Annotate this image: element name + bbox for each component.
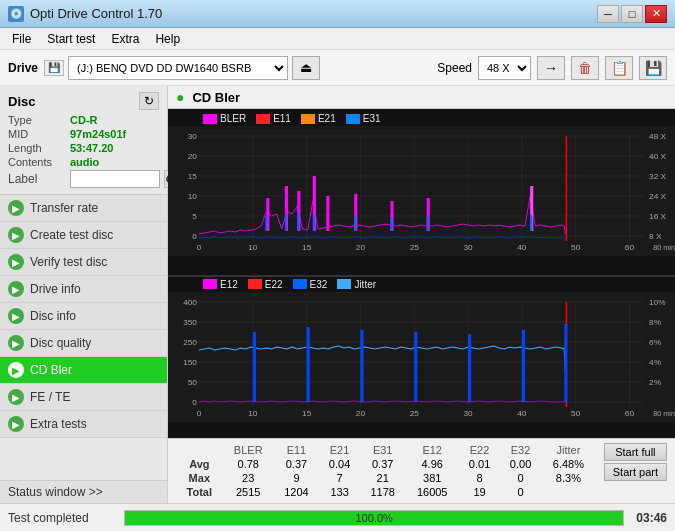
title-bar: 💿 Opti Drive Control 1.70 ─ □ ✕: [0, 0, 675, 28]
disc-contents-value: audio: [70, 156, 99, 168]
sidebar-item-disc-info[interactable]: ▶ Disc info: [0, 303, 167, 330]
stats-total-label: Total: [176, 485, 223, 499]
top-chart-container: BLER E11 E21 E31: [168, 109, 675, 275]
status-window-button[interactable]: Status window >>: [0, 480, 167, 503]
stats-table: BLER E11 E21 E31 E12 E22 E32 Jitter Avg: [176, 443, 596, 499]
stats-col-e12: E12: [405, 443, 459, 457]
bottom-chart-svg: 0 50 150 250 350 400 0 10 15 20 25 30 40…: [168, 292, 675, 422]
svg-text:60: 60: [625, 243, 635, 252]
svg-rect-0: [168, 126, 675, 256]
stats-total-e21: 133: [319, 485, 360, 499]
save-button[interactable]: 💾: [639, 56, 667, 80]
disc-panel: Disc ↻ Type CD-R MID 97m24s01f Length 53…: [0, 86, 167, 195]
stats-max-e32: 0: [500, 471, 541, 485]
svg-rect-98: [564, 324, 567, 402]
svg-text:60: 60: [625, 409, 635, 418]
svg-text:150: 150: [183, 358, 197, 367]
legend-e12: E12: [203, 279, 238, 290]
svg-rect-94: [360, 330, 363, 402]
sidebar-item-transfer-rate[interactable]: ▶ Transfer rate: [0, 195, 167, 222]
drive-icon: 💾: [44, 60, 64, 76]
stats-max-e22: 8: [459, 471, 500, 485]
stats-max-e31: 21: [360, 471, 405, 485]
speed-arrow-button[interactable]: →: [537, 56, 565, 80]
stats-total-e22: 19: [459, 485, 500, 499]
stats-max-label: Max: [176, 471, 223, 485]
disc-quality-icon: ▶: [8, 335, 24, 351]
svg-text:40: 40: [517, 243, 527, 252]
svg-text:10: 10: [248, 409, 258, 418]
disc-length-value: 53:47.20: [70, 142, 113, 154]
top-chart-legend: BLER E11 E21 E31: [168, 111, 675, 126]
svg-text:0: 0: [192, 232, 197, 241]
start-part-button[interactable]: Start part: [604, 463, 667, 481]
svg-text:400: 400: [183, 298, 197, 307]
svg-rect-53: [427, 216, 429, 231]
stats-avg-label: Avg: [176, 457, 223, 471]
svg-text:20: 20: [356, 243, 366, 252]
svg-text:30: 30: [188, 132, 198, 141]
stats-area: BLER E11 E21 E31 E12 E22 E32 Jitter Avg: [168, 438, 675, 503]
sidebar-item-cd-bler[interactable]: ▶ CD Bler: [0, 357, 167, 384]
disc-mid-key: MID: [8, 128, 66, 140]
erase-button[interactable]: 🗑: [571, 56, 599, 80]
menu-extra[interactable]: Extra: [103, 30, 147, 48]
minimize-button[interactable]: ─: [597, 5, 619, 23]
close-button[interactable]: ✕: [645, 5, 667, 23]
svg-text:24 X: 24 X: [649, 192, 667, 201]
copy-button[interactable]: 📋: [605, 56, 633, 80]
svg-rect-42: [326, 196, 329, 231]
fe-te-icon: ▶: [8, 389, 24, 405]
sidebar-item-extra-tests[interactable]: ▶ Extra tests: [0, 411, 167, 438]
start-full-button[interactable]: Start full: [604, 443, 667, 461]
svg-rect-97: [522, 330, 525, 402]
svg-rect-95: [414, 332, 417, 402]
menu-file[interactable]: File: [4, 30, 39, 48]
svg-rect-93: [307, 327, 310, 402]
transfer-rate-icon: ▶: [8, 200, 24, 216]
sidebar-item-drive-info[interactable]: ▶ Drive info: [0, 276, 167, 303]
stats-total-jitter: [541, 485, 596, 499]
stats-avg-e32: 0.00: [500, 457, 541, 471]
charts-area: BLER E11 E21 E31: [168, 109, 675, 438]
sidebar-item-create-test-disc[interactable]: ▶ Create test disc: [0, 222, 167, 249]
verify-test-disc-icon: ▶: [8, 254, 24, 270]
svg-text:0: 0: [197, 243, 202, 252]
disc-title: Disc: [8, 94, 35, 109]
sidebar-item-verify-test-disc[interactable]: ▶ Verify test disc: [0, 249, 167, 276]
svg-text:32 X: 32 X: [649, 172, 667, 181]
svg-text:350: 350: [183, 318, 197, 327]
svg-text:50: 50: [571, 409, 581, 418]
stats-max-e21: 7: [319, 471, 360, 485]
progress-container: 100.0%: [124, 510, 624, 526]
svg-text:0: 0: [192, 398, 197, 407]
maximize-button[interactable]: □: [621, 5, 643, 23]
drive-select[interactable]: (J:) BENQ DVD DD DW1640 BSRB: [68, 56, 288, 80]
svg-text:80 min: 80 min: [653, 410, 675, 418]
svg-text:15: 15: [188, 172, 198, 181]
sidebar-item-fe-te[interactable]: ▶ FE / TE: [0, 384, 167, 411]
speed-select[interactable]: 48 X 8 X 16 X 24 X 32 X 40 X: [478, 56, 531, 80]
stats-col-e21: E21: [319, 443, 360, 457]
sidebar-item-disc-quality[interactable]: ▶ Disc quality: [0, 330, 167, 357]
disc-refresh-button[interactable]: ↻: [139, 92, 159, 110]
svg-text:6%: 6%: [649, 338, 661, 347]
disc-type-key: Type: [8, 114, 66, 126]
stats-avg-e11: 0.37: [274, 457, 319, 471]
svg-text:30: 30: [463, 409, 473, 418]
svg-text:20: 20: [188, 152, 198, 161]
stats-total-e32: 0: [500, 485, 541, 499]
menu-start-test[interactable]: Start test: [39, 30, 103, 48]
eject-button[interactable]: ⏏: [292, 56, 320, 80]
svg-text:15: 15: [302, 243, 312, 252]
disc-length-key: Length: [8, 142, 66, 154]
stats-row-max: Max 23 9 7 21 381 8 0 8.3%: [176, 471, 596, 485]
disc-label-input[interactable]: [70, 170, 160, 188]
status-window-label: Status window >>: [8, 485, 103, 499]
menu-help[interactable]: Help: [147, 30, 188, 48]
svg-text:10: 10: [248, 243, 258, 252]
stats-col-e11: E11: [274, 443, 319, 457]
stats-row-total: Total 2515 1204 133 1178 16005 19 0: [176, 485, 596, 499]
svg-text:5: 5: [192, 212, 197, 221]
svg-text:8 X: 8 X: [649, 232, 662, 241]
